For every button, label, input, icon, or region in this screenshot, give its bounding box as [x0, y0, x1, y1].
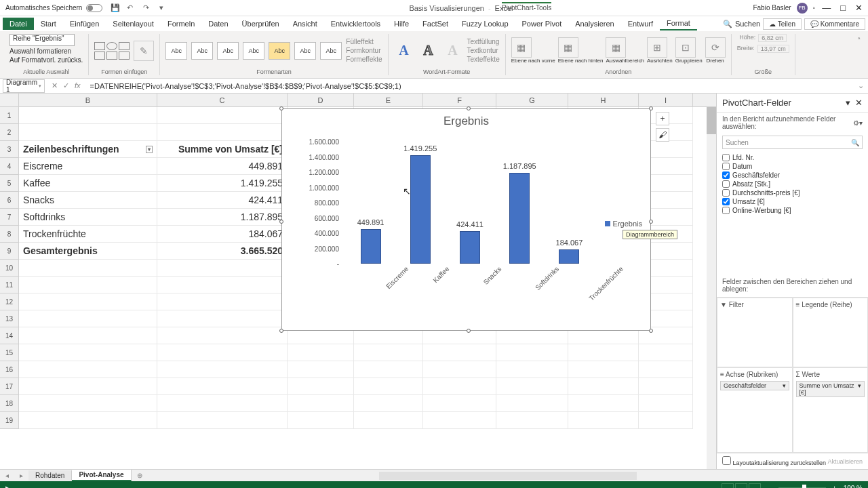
format-selection-button[interactable]: Auswahl formatieren [9, 47, 71, 55]
field-checkbox[interactable] [722, 163, 730, 170]
col-header-g[interactable]: G [496, 94, 568, 106]
save-icon[interactable]: 💾 [111, 3, 120, 13]
name-box[interactable]: Diagramm 1 [3, 79, 45, 93]
cell[interactable]: 184.067 [157, 226, 288, 243]
field-item[interactable]: Lfd. Nr. [722, 153, 863, 162]
field-checkbox[interactable] [722, 189, 730, 197]
zoom-level[interactable]: 100 % [844, 485, 863, 489]
field-item[interactable]: Umsatz [€] [722, 197, 863, 206]
values-chip[interactable]: Summe von Umsatz [€]▾ [796, 381, 865, 397]
record-macro-icon[interactable]: ▶ [5, 485, 11, 489]
autosave-toggle[interactable]: Automatisches Speichern [5, 4, 102, 12]
row-header[interactable]: 19 [0, 412, 19, 429]
shape-style-2[interactable]: Abc [191, 42, 213, 60]
formula-input[interactable]: =DATENREIHE('Pivot-Analyse'!$C$3;'Pivot-… [87, 82, 854, 90]
chart-bar[interactable] [509, 173, 530, 264]
shape-line-icon[interactable] [119, 42, 130, 50]
col-header-d[interactable]: D [288, 94, 354, 106]
toggle-switch[interactable] [86, 4, 102, 12]
sheet-tab-rohdaten[interactable]: Rohdaten [28, 470, 72, 481]
cell[interactable]: Gesamtergebnis [19, 243, 157, 260]
fields-search[interactable]: Suchen 🔍 [722, 136, 863, 149]
cell[interactable] [639, 395, 693, 412]
send-backward-icon[interactable]: ▦ [558, 37, 578, 58]
gear-icon[interactable]: ⚙▾ [853, 119, 863, 127]
cell[interactable] [496, 412, 568, 429]
tab-fuzzy[interactable]: Fuzzy Lookup [455, 18, 515, 30]
row-header[interactable]: 9 [0, 243, 19, 260]
row-header[interactable]: 18 [0, 395, 19, 412]
accept-formula-icon[interactable]: ✓ [63, 81, 69, 90]
chart-handle[interactable] [279, 220, 283, 224]
group-icon[interactable]: ⊡ [675, 37, 696, 58]
cell[interactable] [423, 361, 496, 378]
normal-view-icon[interactable] [722, 483, 734, 488]
zoom-out-icon[interactable]: − [768, 485, 772, 489]
zoom-in-icon[interactable]: + [833, 485, 837, 489]
tab-entwurf[interactable]: Entwurf [621, 18, 660, 30]
cell[interactable] [288, 361, 354, 378]
row-header[interactable]: 3 [0, 141, 19, 158]
selection-pane-icon[interactable]: ▦ [606, 37, 626, 58]
row-header[interactable]: 5 [0, 175, 19, 192]
field-item[interactable]: Online-Werbung [€] [722, 206, 863, 215]
bring-forward-icon[interactable]: ▦ [511, 37, 532, 58]
cell[interactable]: 1.187.895 [157, 209, 288, 226]
cell[interactable] [568, 361, 639, 378]
row-header[interactable]: 14 [0, 327, 19, 344]
row-header[interactable]: 2 [0, 124, 19, 141]
cell[interactable] [423, 344, 496, 361]
row-header[interactable]: 11 [0, 277, 19, 293]
cell[interactable]: 3.665.520 [157, 243, 288, 260]
cell[interactable] [19, 344, 157, 361]
field-item[interactable]: Datum [722, 162, 863, 171]
pane-settings-icon[interactable]: ▾ [846, 98, 850, 108]
shape-text-icon[interactable] [119, 52, 130, 60]
cell[interactable] [639, 412, 693, 429]
col-header-c[interactable]: C [157, 94, 288, 106]
qat-dropdown-icon[interactable]: ▾ [159, 3, 169, 13]
tab-entwicklertools[interactable]: Entwicklertools [324, 18, 387, 30]
field-item[interactable]: Absatz [Stk.] [722, 180, 863, 188]
field-checkbox[interactable] [722, 207, 730, 214]
cell[interactable] [19, 260, 157, 277]
user-avatar[interactable]: FB [797, 3, 808, 14]
cell[interactable] [568, 395, 639, 412]
sheet-nav-prev-icon[interactable]: ◂ [0, 472, 14, 479]
wordart-style-1[interactable]: A [394, 41, 414, 60]
cell[interactable]: 1.419.255 [157, 175, 288, 192]
height-value[interactable]: 6,82 cm [758, 34, 787, 42]
align-icon[interactable]: ⊞ [647, 37, 667, 58]
chart-handle[interactable] [649, 220, 653, 224]
text-fill-button[interactable]: Textfüllung [467, 38, 500, 45]
update-button[interactable]: Aktualisieren [827, 458, 863, 465]
add-sheet-button[interactable]: ⊕ [132, 472, 148, 479]
chart-bar[interactable] [361, 229, 381, 264]
cell[interactable] [496, 344, 568, 361]
defer-layout-checkbox[interactable]: Layoutaktualisierung zurückstellen [722, 456, 826, 466]
cell[interactable]: 424.411 [157, 192, 288, 209]
cell[interactable] [19, 412, 157, 429]
row-header[interactable]: 7 [0, 209, 19, 226]
chart-bar[interactable] [460, 231, 480, 264]
cell[interactable]: Summe von Umsatz [€] [157, 141, 288, 158]
text-effects-button[interactable]: Texteffekte [467, 56, 500, 63]
close-icon[interactable]: ✕ [855, 3, 863, 13]
tab-seitenlayout[interactable]: Seitenlayout [106, 18, 161, 30]
shape-outline-button[interactable]: Formkontur [346, 47, 382, 54]
wordart-style-3[interactable]: A [443, 41, 463, 60]
cell[interactable] [157, 124, 288, 141]
col-header-e[interactable]: E [354, 94, 423, 106]
chart-bar[interactable] [559, 249, 579, 264]
redo-icon[interactable]: ↷ [143, 3, 153, 13]
text-outline-button[interactable]: Textkontur [467, 47, 500, 54]
pivot-chart[interactable]: Ergebnis + 🖌 1.600.0001.400.0001.200.000… [281, 108, 651, 331]
row-header[interactable]: 17 [0, 378, 19, 395]
minimize-icon[interactable]: — [822, 3, 831, 13]
cell[interactable] [354, 412, 423, 429]
shape-style-7[interactable]: Abc [320, 42, 342, 60]
cell[interactable] [19, 124, 157, 141]
cell[interactable] [19, 293, 157, 310]
cell[interactable] [19, 395, 157, 412]
horizontal-scrollbar[interactable] [148, 472, 868, 480]
